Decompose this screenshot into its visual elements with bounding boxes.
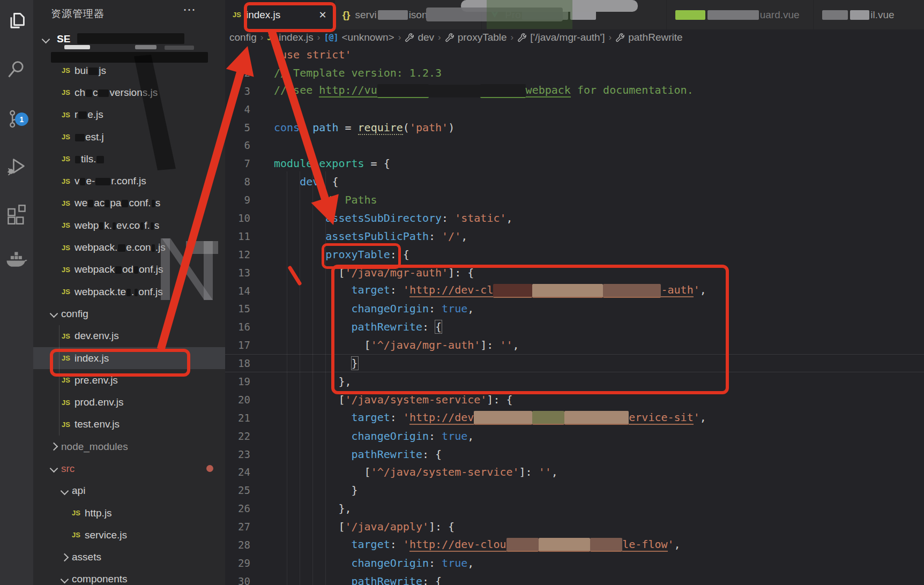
redaction-block: [570, 10, 596, 20]
tree-item[interactable]: JShttp.js: [33, 502, 225, 524]
redaction-block: [480, 84, 525, 98]
sidebar-menu-button[interactable]: ⋯: [183, 2, 196, 17]
tree-item[interactable]: JStest.env.js: [33, 414, 225, 436]
breadcrumb-label: proxyTable: [458, 32, 507, 43]
tab-index.js[interactable]: JSindex.js✕: [225, 0, 335, 29]
code-line[interactable]: 30 pathRewrite: {: [225, 572, 924, 585]
code-line[interactable]: 29 changeOrigin: true,: [225, 554, 924, 572]
js-file-icon: JS: [62, 111, 70, 119]
tab-redacted-3[interactable]: uard.vue: [667, 0, 814, 29]
code-line[interactable]: 25 }: [225, 481, 924, 499]
code-line[interactable]: 5const path = require('path'): [225, 118, 924, 137]
tree-item-label: http.js: [85, 507, 112, 519]
extensions-icon[interactable]: [0, 197, 33, 231]
tree-item[interactable]: JSpre.env.js: [33, 369, 225, 391]
code-area[interactable]: 1'use strict'2// Template version: 1.2.3…: [225, 46, 924, 585]
tree-item-label: webpack.e.con.js: [74, 242, 166, 253]
code-line[interactable]: 14 target: 'http://dev-cl-auth',: [225, 282, 924, 300]
code-line[interactable]: 15 changeOrigin: true,: [225, 299, 924, 318]
code-line[interactable]: 19 },: [225, 372, 924, 391]
line-number: 2: [225, 67, 250, 79]
tree-item[interactable]: JSwebpackodonf.js: [33, 259, 225, 281]
redaction-block: [506, 538, 539, 552]
tree-item[interactable]: JSindex.js: [33, 347, 225, 369]
code-line[interactable]: 3// see http://vuwebpack for documentati…: [225, 82, 924, 100]
tree-item[interactable]: JSest.j: [33, 126, 225, 148]
run-debug-icon[interactable]: [0, 149, 33, 183]
wrench-icon: [615, 33, 625, 42]
code-line[interactable]: 6: [225, 136, 924, 154]
code-line[interactable]: 16 pathRewrite: {: [225, 318, 924, 336]
code-line[interactable]: 18 }: [225, 354, 924, 372]
redaction-block: [96, 156, 104, 163]
code-line[interactable]: 17 ['^/java/mgr-auth']: '',: [225, 336, 924, 354]
tree-item[interactable]: config: [33, 303, 225, 325]
tree-item[interactable]: JSwebpk.ev.cof.s: [33, 214, 225, 236]
line-number: 29: [225, 557, 250, 569]
breadcrumb-label: index.js: [279, 32, 313, 43]
search-icon[interactable]: [0, 52, 33, 86]
code-line[interactable]: 11 assetsPublicPath: '/',: [225, 227, 924, 245]
breadcrumb-item[interactable]: proxyTable: [445, 32, 507, 43]
tree-item[interactable]: JSbuijs: [33, 59, 225, 81]
code-line[interactable]: 12 proxyTable: {: [225, 245, 924, 264]
code-line[interactable]: 9 // Paths: [225, 191, 924, 209]
code-line[interactable]: 20 ['/java/system-service']: {: [225, 391, 924, 409]
code-line[interactable]: 7module.exports = {: [225, 154, 924, 172]
breadcrumb-separator: ›: [260, 32, 264, 43]
redaction-block: [135, 45, 157, 49]
tree-item[interactable]: node_modules: [33, 436, 225, 458]
js-file-icon: JS: [62, 399, 70, 407]
tree-item[interactable]: JSdev.env.js: [33, 325, 225, 347]
tree-item[interactable]: src: [33, 458, 225, 479]
code-line[interactable]: 28 target: 'http://dev-cloule-flow',: [225, 536, 924, 554]
code-line[interactable]: 8 dev: {: [225, 172, 924, 191]
breadcrumb-item[interactable]: [@]<unknown>: [324, 32, 394, 43]
tree-item[interactable]: assets: [33, 546, 225, 568]
code-line[interactable]: 24 ['^/java/system-service']: '',: [225, 463, 924, 481]
close-icon[interactable]: ✕: [314, 9, 327, 21]
docker-icon[interactable]: [0, 242, 33, 276]
breadcrumb-item[interactable]: JSindex.js: [267, 32, 313, 43]
tab-Pro[interactable]: Pro: [482, 0, 666, 29]
code-line[interactable]: 13 ['/java/mgr-auth']: {: [225, 264, 924, 282]
line-number: 22: [225, 430, 250, 442]
project-root-row[interactable]: SE: [33, 31, 225, 50]
tab-servi[interactable]: {}serviison: [335, 0, 482, 29]
source-control-icon[interactable]: 1: [0, 102, 33, 136]
breadcrumb-item[interactable]: ['/java/mgr-auth']: [517, 32, 605, 43]
code-line[interactable]: 26 },: [225, 499, 924, 518]
code-line[interactable]: 2// Template version: 1.2.3: [225, 64, 924, 82]
breadcrumb-separator: ›: [398, 32, 401, 43]
tree-item[interactable]: components: [33, 568, 225, 585]
tree-item[interactable]: JSweacpaconf.s: [33, 192, 225, 214]
code-line[interactable]: 22 changeOrigin: true,: [225, 427, 924, 445]
explorer-icon[interactable]: [0, 4, 33, 39]
code-line[interactable]: 23 pathRewrite: {: [225, 445, 924, 463]
tree-item[interactable]: JSservice.js: [33, 524, 225, 546]
tree-item[interactable]: JSchcversions.js: [33, 81, 225, 103]
breadcrumb-item[interactable]: config: [229, 32, 257, 43]
breadcrumb-label: dev: [418, 32, 434, 43]
tree-item-label: webpackodonf.js: [74, 264, 163, 275]
tree-item[interactable]: JSwebpack.te.onf.js: [33, 281, 225, 303]
breadcrumb-item[interactable]: dev: [405, 32, 434, 43]
redaction-block: [474, 411, 532, 425]
tree-item[interactable]: JSwebpack.e.con.js: [33, 236, 225, 258]
breadcrumb-item[interactable]: pathRewrite: [615, 32, 682, 43]
tree-item[interactable]: JSre.js: [33, 104, 225, 126]
code-line[interactable]: 1'use strict': [225, 46, 924, 64]
tree-item[interactable]: JSve-r.conf.js: [33, 170, 225, 192]
code-line[interactable]: 10 assetsSubDirectory: 'static',: [225, 209, 924, 227]
code-line[interactable]: 27 ['/java/apply']: {: [225, 518, 924, 536]
tab-redacted-4[interactable]: il.vue: [814, 0, 924, 29]
tree-item-label: index.js: [74, 352, 109, 364]
redaction-block: [122, 200, 128, 207]
tab-label: ison: [409, 9, 428, 21]
code-line[interactable]: 21 target: 'http://devervice-sit',: [225, 409, 924, 427]
code-line[interactable]: 4: [225, 100, 924, 118]
tree-item[interactable]: JSprod.env.js: [33, 391, 225, 413]
file-tree: JSbuijsJSchcversions.jsJSre.jsJSest.jJSt…: [33, 59, 225, 585]
tree-item[interactable]: JStils.: [33, 148, 225, 170]
tree-item[interactable]: api: [33, 480, 225, 502]
